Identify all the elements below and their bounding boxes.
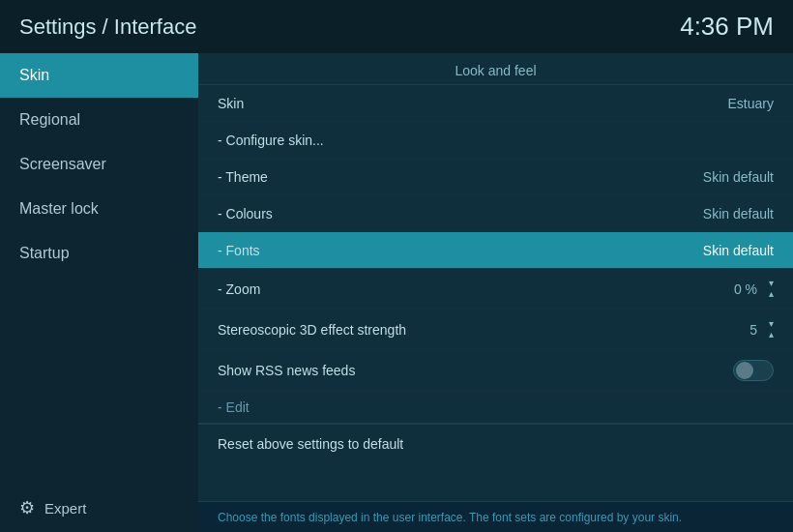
setting-theme[interactable]: - Theme Skin default — [198, 159, 793, 195]
setting-colours[interactable]: - Colours Skin default — [198, 195, 793, 232]
sidebar-item-startup[interactable]: Startup — [0, 231, 198, 276]
setting-stereoscopic-value: 5 — [749, 322, 757, 338]
setting-fonts[interactable]: - Fonts Skin default — [198, 232, 793, 269]
setting-theme-value: Skin default — [703, 169, 774, 185]
setting-configure-skin[interactable]: - Configure skin... — [198, 122, 793, 159]
setting-fonts-label: - Fonts — [218, 243, 260, 258]
stereoscopic-spinner-container: 5 ▾ ▴ — [749, 319, 774, 340]
header: Settings / Interface 4:36 PM — [0, 0, 793, 53]
sidebar-item-masterlock[interactable]: Master lock — [0, 187, 198, 231]
setting-zoom-label: - Zoom — [218, 281, 260, 297]
stereoscopic-spinner[interactable]: ▾ ▴ — [769, 319, 774, 340]
footer-hint: Choose the fonts displayed in the user i… — [198, 501, 793, 532]
stereoscopic-down-button[interactable]: ▴ — [769, 330, 774, 340]
reset-label: Reset above settings to default — [218, 436, 403, 452]
zoom-spinner-container: 0 % ▾ ▴ — [734, 279, 774, 299]
section-header: Look and feel — [198, 53, 793, 85]
sidebar: Skin Regional Screensaver Master lock St… — [0, 53, 198, 532]
setting-zoom[interactable]: - Zoom 0 % ▾ ▴ — [198, 269, 793, 310]
setting-skin[interactable]: Skin Estuary — [198, 85, 793, 122]
setting-fonts-value: Skin default — [703, 243, 774, 258]
setting-rss[interactable]: Show RSS news feeds — [198, 350, 793, 392]
reset-row[interactable]: Reset above settings to default — [198, 424, 793, 463]
setting-rss-label: Show RSS news feeds — [218, 363, 355, 378]
clock: 4:36 PM — [680, 12, 774, 42]
gear-icon: ⚙ — [19, 497, 35, 518]
setting-skin-label: Skin — [218, 96, 244, 111]
zoom-down-button[interactable]: ▴ — [769, 289, 774, 299]
rss-toggle[interactable] — [733, 360, 774, 381]
main-layout: Skin Regional Screensaver Master lock St… — [0, 53, 793, 532]
setting-zoom-value: 0 % — [734, 281, 757, 297]
setting-skin-value: Estuary — [728, 96, 774, 111]
rss-toggle-knob — [736, 362, 753, 379]
zoom-up-button[interactable]: ▾ — [769, 279, 774, 288]
setting-theme-label: - Theme — [218, 169, 268, 185]
setting-stereoscopic[interactable]: Stereoscopic 3D effect strength 5 ▾ ▴ — [198, 310, 793, 350]
zoom-spinner[interactable]: ▾ ▴ — [769, 279, 774, 299]
edit-label: - Edit — [218, 399, 250, 415]
footer-hint-text: Choose the fonts displayed in the user i… — [218, 511, 682, 524]
content-area: Look and feel Skin Estuary - Configure s… — [198, 53, 793, 532]
setting-stereoscopic-label: Stereoscopic 3D effect strength — [218, 322, 406, 338]
edit-row[interactable]: - Edit — [198, 392, 793, 423]
setting-configure-skin-label: - Configure skin... — [218, 133, 324, 148]
setting-colours-label: - Colours — [218, 206, 273, 222]
stereoscopic-up-button[interactable]: ▾ — [769, 319, 774, 329]
sidebar-item-regional[interactable]: Regional — [0, 98, 198, 142]
sidebar-item-skin[interactable]: Skin — [0, 53, 198, 98]
sidebar-item-screensaver[interactable]: Screensaver — [0, 142, 198, 187]
page-title: Settings / Interface — [19, 15, 196, 40]
sidebar-item-expert[interactable]: ⚙ Expert — [0, 484, 198, 532]
setting-colours-value: Skin default — [703, 206, 774, 222]
